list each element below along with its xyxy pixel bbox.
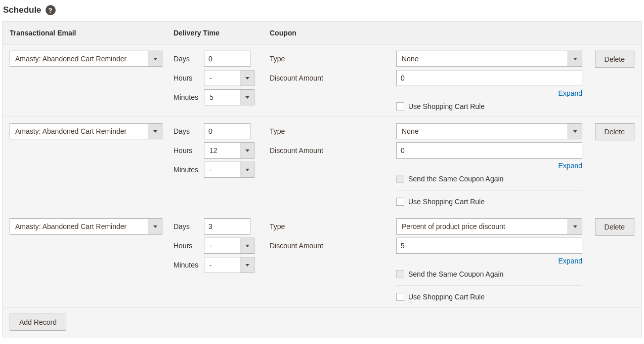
use-cart-rule-checkbox[interactable] — [396, 198, 404, 206]
chevron-down-icon[interactable] — [148, 219, 162, 234]
chevron-down-icon[interactable] — [240, 143, 254, 158]
coupon-type-value: None — [397, 124, 568, 139]
chevron-down-icon[interactable] — [148, 51, 162, 66]
email-template-value: Amasty: Abandoned Cart Reminder — [10, 124, 148, 139]
type-label: Type — [270, 127, 285, 135]
minutes-select[interactable]: 5 — [204, 89, 254, 105]
chevron-down-icon[interactable] — [148, 124, 162, 139]
use-cart-rule-label: Use Shopping Cart Rule — [408, 293, 485, 301]
expand-link[interactable]: Expand — [396, 257, 582, 265]
minutes-value: - — [204, 257, 240, 273]
section-title: Schedule ? — [2, 5, 642, 15]
hours-label: Hours — [174, 74, 204, 82]
type-label: Type — [270, 222, 285, 231]
discount-amount-input[interactable] — [396, 238, 582, 254]
hours-value: - — [204, 238, 240, 253]
discount-amount-label: Discount Amount — [270, 74, 323, 82]
discount-amount-input[interactable] — [396, 142, 582, 159]
minutes-select[interactable]: - — [204, 162, 254, 178]
days-input[interactable] — [204, 218, 250, 235]
same-coupon-label: Send the Same Coupon Again — [408, 175, 503, 183]
coupon-type-select[interactable]: None — [396, 51, 582, 67]
discount-amount-label: Discount Amount — [270, 242, 323, 250]
chevron-down-icon[interactable] — [568, 51, 582, 66]
same-coupon-checkbox — [396, 175, 404, 183]
use-cart-rule-checkbox[interactable] — [396, 293, 404, 301]
chevron-down-icon[interactable] — [568, 124, 582, 139]
hours-select[interactable]: 12 — [204, 142, 254, 159]
same-coupon-checkbox — [396, 270, 404, 278]
minutes-value: - — [204, 162, 240, 177]
email-template-value: Amasty: Abandoned Cart Reminder — [10, 219, 148, 234]
minutes-select[interactable]: - — [204, 257, 254, 273]
table-row: Amasty: Abandoned Cart Reminder Days Hou… — [3, 117, 641, 212]
email-template-select[interactable]: Amasty: Abandoned Cart Reminder — [10, 123, 162, 139]
divider — [396, 190, 582, 190]
chevron-down-icon[interactable] — [240, 238, 254, 253]
delete-button[interactable]: Delete — [595, 51, 634, 68]
chevron-down-icon[interactable] — [568, 219, 582, 234]
table-row: Amasty: Abandoned Cart Reminder Days Hou… — [3, 44, 641, 117]
days-input[interactable] — [204, 51, 250, 67]
coupon-type-select[interactable]: Percent of product price discount — [396, 218, 582, 235]
chevron-down-icon[interactable] — [240, 90, 254, 105]
coupon-type-value: Percent of product price discount — [397, 219, 568, 234]
chevron-down-icon[interactable] — [240, 70, 254, 86]
use-cart-rule-label: Use Shopping Cart Rule — [408, 198, 485, 206]
discount-amount-label: Discount Amount — [270, 146, 323, 155]
hours-select[interactable]: - — [204, 238, 254, 254]
type-label: Type — [270, 55, 285, 63]
expand-link[interactable]: Expand — [396, 89, 582, 97]
delete-button[interactable]: Delete — [595, 123, 634, 140]
section-title-text: Schedule — [3, 5, 41, 15]
email-template-value: Amasty: Abandoned Cart Reminder — [10, 51, 148, 66]
coupon-type-value: None — [397, 51, 568, 66]
header-delivery: Delivery Time — [174, 29, 270, 37]
same-coupon-label: Send the Same Coupon Again — [408, 270, 503, 278]
table-header: Transactional Email Delivery Time Coupon — [3, 22, 641, 44]
hours-label: Hours — [174, 242, 204, 250]
hours-select[interactable]: - — [204, 70, 254, 86]
header-coupon: Coupon — [270, 29, 396, 37]
divider — [396, 285, 582, 286]
days-input[interactable] — [204, 123, 250, 139]
minutes-label: Minutes — [174, 93, 204, 101]
table-row: Amasty: Abandoned Cart Reminder Days Hou… — [3, 212, 641, 307]
discount-amount-input[interactable] — [396, 70, 582, 86]
chevron-down-icon[interactable] — [240, 257, 254, 273]
chevron-down-icon[interactable] — [240, 162, 254, 177]
days-label: Days — [174, 55, 204, 63]
days-label: Days — [174, 222, 204, 231]
add-record-button[interactable]: Add Record — [10, 314, 66, 331]
use-cart-rule-label: Use Shopping Cart Rule — [408, 102, 485, 110]
hours-value: - — [204, 70, 240, 86]
hours-value: 12 — [204, 143, 240, 158]
minutes-value: 5 — [204, 90, 240, 105]
minutes-label: Minutes — [174, 166, 204, 174]
hours-label: Hours — [174, 146, 204, 155]
header-email: Transactional Email — [10, 29, 174, 37]
schedule-table: Transactional Email Delivery Time Coupon… — [2, 21, 642, 337]
minutes-label: Minutes — [174, 261, 204, 269]
days-label: Days — [174, 127, 204, 135]
table-footer: Add Record — [3, 307, 641, 337]
expand-link[interactable]: Expand — [396, 162, 582, 170]
email-template-select[interactable]: Amasty: Abandoned Cart Reminder — [10, 218, 162, 235]
delete-button[interactable]: Delete — [595, 218, 634, 236]
coupon-type-select[interactable]: None — [396, 123, 582, 139]
use-cart-rule-checkbox[interactable] — [396, 102, 404, 110]
email-template-select[interactable]: Amasty: Abandoned Cart Reminder — [10, 51, 162, 67]
help-icon[interactable]: ? — [46, 5, 56, 15]
